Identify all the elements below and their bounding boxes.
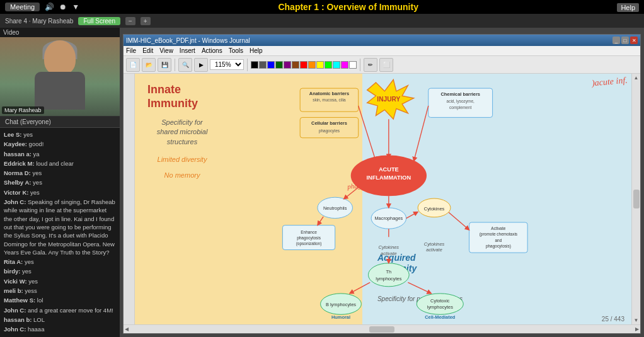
svg-line-37 (449, 212, 469, 230)
pen-btn[interactable]: ✏ (364, 58, 377, 72)
horizontal-scrollbar[interactable]: ◀ ▶ (124, 324, 640, 333)
color-dark-green[interactable] (275, 61, 283, 69)
chat-messages[interactable]: Lee S: yesKaydee: good!hassan a: yaEddri… (0, 128, 120, 337)
chevron-down-icon[interactable]: ▼ (72, 3, 79, 11)
close-button[interactable]: ✕ (630, 37, 638, 44)
audio-icon[interactable]: 🔊 (45, 3, 54, 11)
svg-text:Cytokines: Cytokines (379, 244, 400, 250)
center-panel: IMM-HIC_eBook_PDF.jnt - Windows Journal … (120, 28, 644, 337)
chat-message: meli b: yess (4, 287, 116, 295)
menu-edit[interactable]: Edit (142, 47, 153, 54)
svg-text:INJURY: INJURY (377, 96, 400, 103)
window-controls: _ □ ✕ (612, 37, 638, 44)
chat-header: Chat (Everyone) (0, 117, 120, 128)
svg-text:ACUTE: ACUTE (379, 166, 399, 173)
svg-line-12 (359, 106, 376, 161)
menu-view[interactable]: View (159, 47, 173, 54)
video-label: Video (0, 28, 120, 37)
help-button[interactable]: Help (617, 1, 639, 13)
svg-text:Chemical barriers: Chemical barriers (440, 91, 480, 97)
chat-message: John C: Speaking of singing, Dr Rasheab … (4, 198, 116, 256)
flag-btn[interactable]: ▶ (194, 58, 208, 72)
chat-message: Rita A: yes (4, 258, 116, 266)
chat-message: hassan b: LOL (4, 316, 116, 324)
color-blue[interactable] (267, 61, 275, 69)
new-btn[interactable]: 📄 (126, 58, 140, 72)
open-btn[interactable]: 📂 (142, 58, 156, 72)
color-orange[interactable] (308, 61, 316, 69)
vertical-scrollbar[interactable]: ▲ ▼ (631, 74, 640, 324)
menu-insert[interactable]: Insert (180, 47, 195, 54)
svg-line-50 (350, 282, 370, 294)
color-cyan[interactable] (333, 61, 340, 69)
journal-title: IMM-HIC_eBook_PDF.jnt - Windows Journal (126, 37, 250, 44)
chat-message: Lee S: yes (4, 130, 116, 139)
color-brown[interactable] (292, 61, 299, 69)
svg-text:acid, lysozyme,: acid, lysozyme, (447, 99, 474, 104)
svg-line-36 (318, 217, 323, 226)
svg-text:activate: activate (381, 251, 396, 256)
maximize-button[interactable]: □ (621, 37, 629, 44)
search-btn[interactable]: 🔍 (178, 58, 192, 72)
menu-help[interactable]: Help (250, 47, 263, 54)
color-white[interactable] (349, 61, 357, 69)
scroll-down-arrow[interactable]: ▼ (634, 317, 639, 323)
journal-page[interactable]: Innate Immunity Specificity for shared m… (135, 74, 640, 324)
chat-message: Vicki W: too close that right (4, 335, 116, 337)
svg-text:Neutrophils: Neutrophils (323, 205, 347, 211)
top-bar-left: Meeting 🔊 ⏺ ▼ (5, 3, 79, 11)
svg-text:and: and (495, 238, 502, 243)
svg-line-26 (406, 212, 418, 218)
svg-text:activate: activate (426, 247, 442, 253)
color-green[interactable] (325, 61, 332, 69)
chat-message: John C: haaaa (4, 325, 116, 333)
meeting-button[interactable]: Meeting (5, 3, 40, 11)
save-btn[interactable]: 💾 (158, 58, 171, 72)
eraser-btn[interactable]: ⬜ (379, 58, 393, 72)
color-magenta[interactable] (341, 61, 348, 69)
menu-tools[interactable]: Tools (229, 47, 243, 54)
color-black[interactable] (251, 61, 258, 69)
chat-message: Vicki W: yes (4, 277, 116, 285)
svg-text:Humoral: Humoral (331, 314, 350, 320)
record-icon[interactable]: ⏺ (59, 3, 67, 11)
minimize-button[interactable]: _ (612, 37, 620, 44)
svg-text:complement: complement (449, 105, 471, 110)
color-purple[interactable] (284, 61, 291, 69)
zoom-in-button[interactable]: + (141, 17, 151, 25)
zoom-out-button[interactable]: − (125, 17, 135, 25)
journal-sidebar (124, 74, 135, 324)
chat-message: Victor K: yes (4, 188, 116, 197)
scroll-up-arrow[interactable]: ▲ (634, 75, 639, 81)
zoom-select[interactable]: 115% 100% 75% (210, 59, 244, 70)
svg-text:(promote chemotaxis: (promote chemotaxis (480, 232, 517, 237)
svg-text:(opsonization): (opsonization) (296, 241, 322, 246)
svg-text:lymphocytes: lymphocytes (376, 276, 401, 282)
scroll-left-arrow[interactable]: ◀ (125, 326, 129, 332)
svg-text:Cytokines: Cytokines (424, 241, 445, 247)
svg-line-22 (344, 187, 359, 199)
scroll-thumb-h[interactable] (369, 326, 394, 333)
color-palette (251, 61, 357, 69)
svg-text:phagocytosis): phagocytosis) (486, 244, 511, 249)
scroll-thumb-v[interactable] (633, 190, 640, 208)
color-dark-gray[interactable] (259, 61, 267, 69)
chat-message: Matthew S: lol (4, 296, 116, 304)
second-bar: Share 4 · Mary Rasheab Full Screen − + (0, 14, 644, 28)
svg-text:Cell-Mediated: Cell-Mediated (425, 314, 456, 320)
menu-file[interactable]: File (126, 47, 136, 54)
svg-text:Cytotoxic: Cytotoxic (430, 298, 450, 304)
color-red[interactable] (300, 61, 308, 69)
color-yellow[interactable] (316, 61, 324, 69)
chat-message: hassan a: ya (4, 150, 116, 158)
svg-text:Enhance: Enhance (301, 230, 317, 234)
fullscreen-button[interactable]: Full Screen (78, 17, 120, 25)
menu-actions[interactable]: Actions (202, 47, 222, 54)
svg-text:Cytokines: Cytokines (424, 206, 445, 212)
svg-line-51 (408, 282, 431, 294)
scroll-right-arrow[interactable]: ▶ (635, 326, 639, 332)
chat-message: John C: and a great career move for 4M! (4, 306, 116, 314)
svg-text:phagocytes: phagocytes (319, 129, 340, 134)
top-bar: Meeting 🔊 ⏺ ▼ Chapter 1 : Overview of Im… (0, 0, 644, 14)
chat-area: Chat (Everyone) Lee S: yesKaydee: good!h… (0, 117, 120, 337)
